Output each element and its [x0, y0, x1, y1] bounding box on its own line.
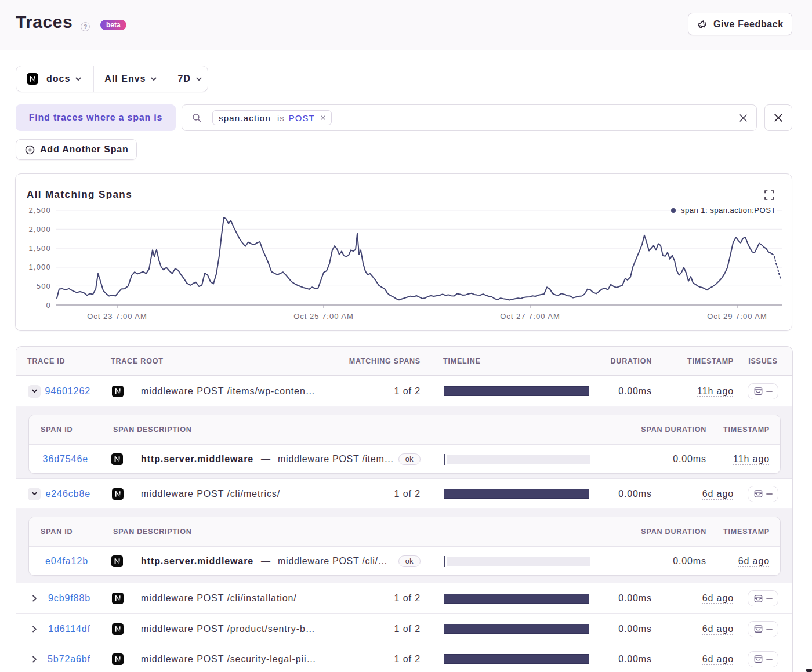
svg-text:Oct 29 7:00 AM: Oct 29 7:00 AM — [707, 312, 767, 321]
svg-text:1,500: 1,500 — [28, 244, 51, 253]
svg-text:2,500: 2,500 — [28, 206, 51, 215]
svg-text:Oct 23 7:00 AM: Oct 23 7:00 AM — [87, 312, 147, 321]
svg-text:0: 0 — [46, 301, 51, 310]
svg-text:500: 500 — [37, 282, 51, 290]
svg-text:Oct 25 7:00 AM: Oct 25 7:00 AM — [293, 312, 354, 321]
svg-text:1,000: 1,000 — [28, 263, 51, 271]
svg-text:Oct 27 7:00 AM: Oct 27 7:00 AM — [500, 312, 560, 321]
svg-text:2,000: 2,000 — [28, 225, 51, 234]
